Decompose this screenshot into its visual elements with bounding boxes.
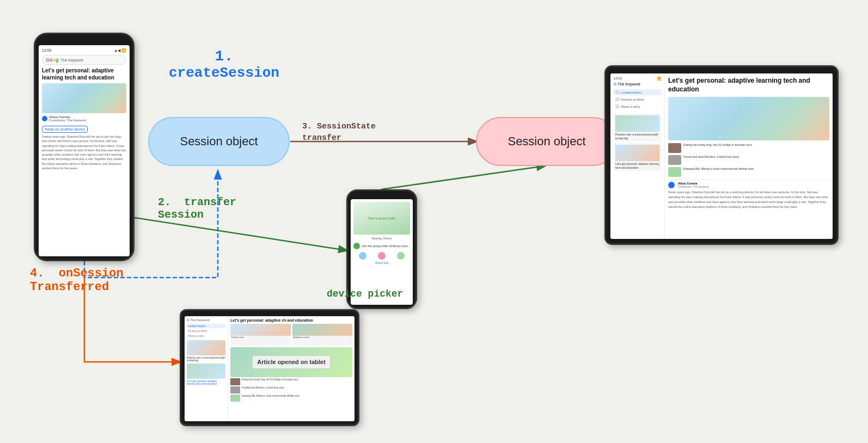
nearby-dot [353, 243, 360, 249]
tablet-g-bar: G The Keyword [614, 82, 661, 86]
news-thumb-1 [668, 143, 681, 153]
session-box-right: Session object [476, 117, 618, 166]
read-on-device-button[interactable]: Read on another device [42, 126, 88, 133]
tablet-status-bar: 13:00 📶 [614, 77, 661, 81]
tablet-bottom-screen: G The Keyword Limited stories Product at… [185, 316, 354, 421]
label-session-state-transfer: 3. SessionState transfer [302, 121, 376, 144]
top-article-img-1 [615, 115, 659, 132]
bottom-news-items: Eating the lonely frog: the 51 bridge to… [230, 378, 352, 402]
tablet-news-item-1: Eating the lonely frog: the 51 bridge to… [668, 143, 829, 153]
label-device-picker: device picker [327, 288, 403, 299]
tablet-article-image [668, 97, 829, 140]
bottom-news-item-2: Football and Barriers: a blind love stor… [230, 386, 352, 393]
bottom-sidebar: G The Keyword Limited stories Product at… [185, 316, 228, 421]
news-thumb-3 [668, 167, 681, 177]
tablet-sidebar: 13:00 📶 G The Keyword Limited stories Pr… [610, 73, 665, 239]
nearby-share-label: Nearby Share [353, 237, 410, 240]
tablet-article-title: Let's get personal: adaptive learning te… [668, 77, 829, 94]
bottom-thumb-2 [187, 364, 225, 379]
tablet-top-article-1: Practice sets: a more personal path to l… [614, 114, 661, 141]
session-box-left: Session object [148, 117, 290, 166]
share-link[interactable]: Share link [353, 261, 410, 264]
avatar-2 [378, 252, 386, 260]
bottom-card-img-1 [230, 324, 291, 336]
bottom-content: Let's get personal: adaptive ch and educ… [228, 316, 354, 421]
tablet-news-items: Eating the lonely frog: the 51 bridge to… [668, 143, 829, 209]
sidebar-icon-1 [615, 90, 619, 94]
bottom-article-title: Let's get personal: adaptive ch and educ… [230, 318, 352, 322]
nearby-item: Join the group order of library food... [353, 242, 410, 250]
diagram-container: 12:00 ▲◀ 📶 Goog The Keyword Let's get pe… [0, 0, 868, 443]
bottom-card-img-2 [292, 324, 353, 336]
phone-left-screen: 12:00 ▲◀ 📶 Goog The Keyword Let's get pe… [39, 45, 130, 256]
phone-user-info: Alicia Correia Contributor, The Keyword [42, 115, 126, 122]
avatar-1 [359, 252, 366, 260]
label-create-session: 1. createSession [169, 48, 279, 81]
sidebar-icon-2 [615, 97, 619, 101]
article-opened-area: Article opened on tablet [230, 347, 352, 377]
tablet-content: Let's get personal: adaptive learning te… [665, 73, 833, 239]
article-opened-image: Article opened on tablet [230, 347, 352, 377]
bottom-news-thumb-2 [230, 386, 240, 393]
bottom-sidebar-item-2[interactable]: Product at Work [187, 329, 225, 333]
bottom-thumb-articles: Practice sets: a more personal path to l… [187, 340, 225, 385]
google-logo: Goog [46, 57, 59, 63]
article-opened-overlay: Article opened on tablet [252, 355, 330, 368]
bottom-sidebar-item-1[interactable]: Limited stories [187, 324, 225, 328]
bottom-card-1: Practice sets [230, 324, 291, 346]
bottom-thumb-1 [187, 340, 225, 355]
label-transfer-session: 2. transfer Session [158, 196, 236, 221]
session-object-label-left: Session object [180, 134, 258, 149]
news-thumb-2 [668, 155, 681, 165]
tablet-avatar [668, 182, 675, 188]
bottom-news-item-3: Keeping Bid. Marley's most controversial… [230, 395, 352, 402]
bottom-card-2: Adaptive ed tech [292, 324, 353, 346]
tablet-top-article-2: Let's get personal: adaptive learning te… [614, 143, 661, 171]
bottom-news-thumb-1 [230, 378, 240, 385]
avatar-row [353, 252, 410, 260]
session-object-label-right: Session object [508, 134, 585, 149]
avatar-3 [397, 252, 405, 260]
tablet-sidebar-item-2[interactable]: Product at Work [614, 96, 661, 102]
tablet-right: 13:00 📶 G The Keyword Limited stories Pr… [604, 65, 839, 245]
tablet-right-screen: 13:00 📶 G The Keyword Limited stories Pr… [610, 73, 833, 239]
bottom-news-item-1: Eating the lonely frog: the 51 bridge to… [230, 378, 352, 385]
tablet-sidebar-item-1[interactable]: Limited stories [614, 89, 661, 95]
tablet-news-item-2: Facial and land Barriers: a blind love s… [668, 155, 829, 165]
phone-left: 12:00 ▲◀ 📶 Goog The Keyword Let's get pe… [34, 33, 135, 261]
article-opened-text: Article opened on tablet [257, 358, 325, 366]
phone-user-role: Contributor, The Keyword [49, 119, 86, 122]
top-article-img-2 [615, 145, 659, 161]
phone-article-body: Twelve years ago, Shamira Oirta left her… [42, 134, 126, 170]
sidebar-icon-3 [615, 104, 619, 108]
tablet-article-user: Alicia Correia Contributor, The Keyword … [668, 179, 829, 209]
phone-google-bar: Goog The Keyword [42, 55, 126, 65]
bottom-sidebar-item-3[interactable]: Share a story [187, 334, 225, 338]
phone-article-title: Let's get personal: adaptive learning te… [42, 67, 126, 81]
tablet-news-item-3: Keeping Bid. Marley's most controversial… [668, 167, 829, 177]
tablet-bottom: G The Keyword Limited stories Product at… [180, 309, 359, 426]
bottom-sidebar-g: G The Keyword [187, 318, 225, 322]
phone-article-image [42, 83, 126, 113]
phone-status-bar: 12:00 ▲◀ 📶 [42, 48, 126, 53]
label-on-session-transferred: 4. onSession Transferred [30, 267, 124, 294]
bottom-news-thumb-3 [230, 395, 240, 402]
bottom-top-bar: Practice sets Adaptive ed tech [230, 324, 352, 346]
tablet-top-articles: Practice sets: a more personal path to l… [614, 114, 661, 171]
phone-avatar [42, 116, 47, 121]
phone-middle-image: Start a group order [353, 202, 410, 235]
tablet-sidebar-item-3[interactable]: Share a story [614, 103, 661, 109]
